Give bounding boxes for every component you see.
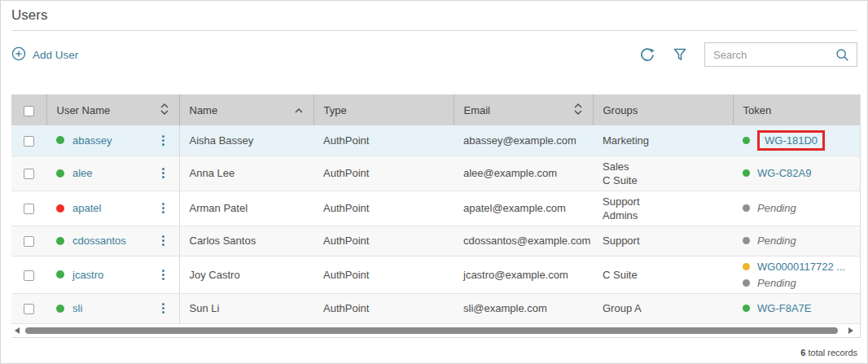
user-status-dot — [56, 136, 64, 144]
row-checkbox[interactable] — [24, 136, 34, 147]
total-records-count: 6 — [800, 348, 805, 357]
row-menu-icon[interactable] — [159, 166, 168, 180]
users-table: User Name Name Type Email Groups Token a… — [11, 94, 861, 338]
token-cell: WG-F8A7E — [733, 293, 860, 323]
email-cell: cdossantos@example.com — [454, 226, 593, 256]
column-header-name[interactable]: Name — [179, 94, 313, 125]
user-status-dot — [56, 237, 64, 245]
column-label: Groups — [603, 104, 638, 116]
name-cell: Joy Castro — [179, 256, 313, 293]
token-status-dot — [743, 237, 750, 244]
total-records: 6 total records — [11, 348, 857, 357]
table-row[interactable]: abassey Aisha Bassey AuthPoint abassey@e… — [11, 125, 860, 156]
row-checkbox[interactable] — [24, 270, 34, 281]
row-checkbox[interactable] — [24, 169, 34, 179]
token-status-dot — [743, 204, 750, 212]
column-label: Type — [324, 104, 347, 116]
table-row[interactable]: jcastro Joy Castro AuthPoint jcastro@exa… — [11, 256, 860, 293]
row-menu-icon[interactable] — [159, 234, 168, 248]
row-menu-icon[interactable] — [159, 268, 168, 282]
row-checkbox[interactable] — [24, 236, 34, 247]
username-link[interactable]: cdossantos — [72, 235, 126, 247]
row-checkbox[interactable] — [24, 204, 34, 214]
horizontal-scrollbar[interactable] — [11, 325, 860, 336]
username-link[interactable]: jcastro — [72, 269, 103, 281]
plus-circle-icon — [11, 46, 26, 64]
scrollbar-thumb[interactable] — [25, 327, 838, 334]
table-row[interactable]: apatel Arman Patel AuthPoint apatel@exam… — [11, 191, 860, 226]
type-cell: AuthPoint — [313, 256, 454, 293]
token-link[interactable]: WG-C82A9 — [757, 166, 811, 180]
user-status-dot — [56, 204, 64, 213]
email-cell: jcastro@example.com — [454, 256, 593, 293]
column-label: Name — [190, 104, 218, 116]
add-user-button[interactable]: Add User — [11, 46, 78, 64]
token-cell: WG-C82A9 — [733, 156, 860, 191]
username-link[interactable]: sli — [72, 302, 82, 314]
name-cell: Sun Li — [179, 293, 313, 323]
user-status-dot — [56, 169, 64, 178]
token-link[interactable]: WG-181D0 — [765, 134, 818, 147]
row-checkbox[interactable] — [24, 304, 34, 314]
search-icon[interactable] — [835, 48, 850, 66]
scroll-left-arrow-icon[interactable] — [15, 327, 20, 334]
table-row[interactable]: sli Sun Li AuthPoint sli@example.com Gro… — [11, 293, 860, 323]
annotation-box: WG-181D0 — [757, 130, 825, 151]
email-cell: abassey@example.com — [454, 125, 593, 156]
row-menu-icon[interactable] — [159, 134, 168, 147]
type-cell: AuthPoint — [313, 191, 454, 226]
select-all-checkbox[interactable] — [24, 106, 34, 116]
token-status-dot — [743, 169, 750, 177]
user-status-dot — [56, 305, 64, 313]
username-link[interactable]: abassey — [72, 134, 112, 147]
page-title: Users — [11, 7, 857, 31]
name-cell: Aisha Bassey — [179, 125, 313, 156]
email-cell: sli@example.com — [454, 293, 593, 323]
column-label: User Name — [57, 104, 111, 116]
token-pending-label: Pending — [757, 201, 796, 215]
column-header-groups[interactable]: Groups — [593, 94, 733, 125]
column-header-email[interactable]: Email — [454, 94, 593, 125]
row-menu-icon[interactable] — [159, 301, 168, 315]
type-cell: AuthPoint — [313, 293, 454, 323]
filter-icon[interactable] — [672, 46, 688, 63]
groups-cell: Marketing — [593, 125, 733, 156]
token-link[interactable]: WG0000117722 ... — [757, 260, 845, 274]
email-cell: alee@example.com — [454, 156, 593, 191]
table-row[interactable]: alee Anna Lee AuthPoint alee@example.com… — [11, 156, 860, 191]
sort-both-icon — [573, 103, 583, 118]
sort-both-icon — [160, 103, 169, 118]
groups-cell: Support — [593, 226, 733, 256]
column-label: Email — [464, 104, 491, 116]
name-cell: Carlos Santos — [179, 226, 313, 256]
total-records-label: total records — [808, 348, 857, 357]
name-cell: Anna Lee — [179, 156, 313, 191]
token-link[interactable]: WG-F8A7E — [757, 301, 811, 315]
add-user-label: Add User — [33, 49, 78, 61]
groups-cell: SalesC Suite — [593, 156, 733, 191]
table-row[interactable]: cdossantos Carlos Santos AuthPoint cdoss… — [11, 226, 860, 256]
scroll-right-arrow-icon[interactable] — [848, 327, 853, 334]
username-link[interactable]: apatel — [72, 202, 101, 214]
token-status-dot — [743, 305, 750, 312]
token-pending-label: Pending — [757, 234, 796, 248]
username-link[interactable]: alee — [72, 167, 93, 179]
token-status-dot — [743, 263, 750, 270]
toolbar: Add User — [11, 42, 857, 67]
token-status-dot — [743, 279, 750, 287]
email-cell: apatel@example.com — [454, 191, 593, 226]
token-cell: Pending — [733, 226, 860, 256]
table-header-row: User Name Name Type Email Groups Token — [11, 94, 860, 125]
column-header-type[interactable]: Type — [313, 94, 454, 125]
refresh-icon[interactable] — [639, 46, 655, 63]
token-pending-label: Pending — [757, 276, 796, 290]
search-input[interactable] — [705, 43, 857, 66]
token-status-dot — [743, 137, 750, 144]
column-label: Token — [743, 104, 772, 116]
column-header-token[interactable]: Token — [733, 94, 860, 125]
column-header-user-name[interactable]: User Name — [46, 94, 179, 125]
token-cell: WG-181D0 — [733, 125, 860, 156]
type-cell: AuthPoint — [313, 125, 454, 156]
token-cell: Pending — [733, 191, 860, 226]
row-menu-icon[interactable] — [159, 201, 168, 215]
